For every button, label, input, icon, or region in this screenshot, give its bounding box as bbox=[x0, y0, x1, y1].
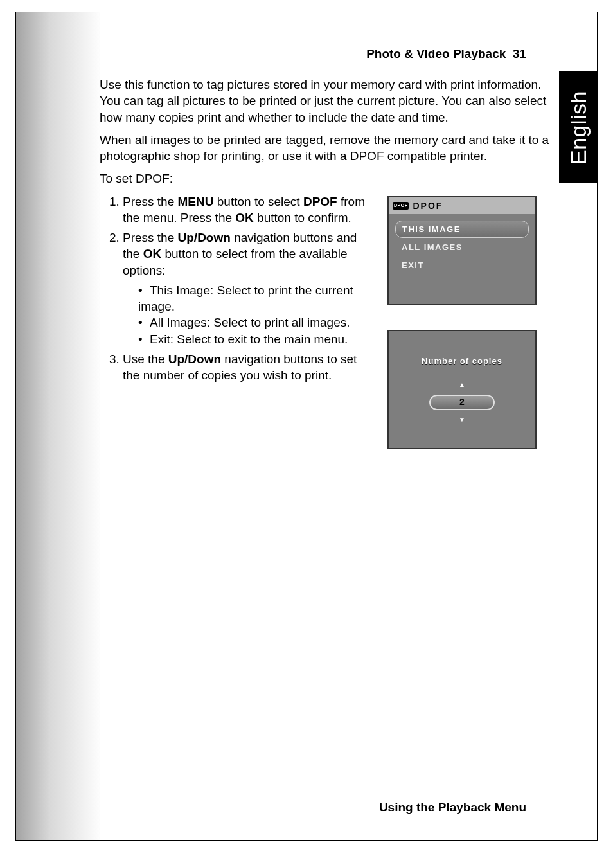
step-3: Use the Up/Down navigation buttons to se… bbox=[123, 351, 376, 384]
intro-para-2: When all images to be printed are tagged… bbox=[100, 132, 549, 165]
page-header: Photo & Video Playback 31 bbox=[366, 47, 526, 61]
updown-label: Up/Down bbox=[178, 231, 231, 244]
page-footer: Using the Playback Menu bbox=[379, 800, 526, 815]
figures-column: DPOF DPOF THIS IMAGE ALL IMAGES EXIT Num… bbox=[387, 194, 548, 449]
intro-para-3: To set DPOF: bbox=[100, 170, 549, 186]
copies-title: Number of copies bbox=[422, 356, 502, 366]
content-area: Use this function to tag pictures stored… bbox=[100, 77, 549, 449]
opt-all-images: All Images: Select to print all images. bbox=[138, 314, 376, 330]
section-title: Photo & Video Playback bbox=[366, 47, 506, 60]
device-menu-title-bar: DPOF DPOF bbox=[389, 197, 535, 215]
dpof-icon: DPOF bbox=[393, 202, 409, 209]
page-frame: English Photo & Video Playback 31 Use th… bbox=[15, 12, 598, 841]
language-label: English bbox=[566, 90, 591, 164]
opt-this-image: This Image: Select to print the current … bbox=[138, 282, 376, 315]
language-tab: English bbox=[559, 71, 598, 183]
page-number: 31 bbox=[513, 47, 526, 60]
opt-exit: Exit: Select to exit to the main menu. bbox=[138, 331, 376, 347]
menu-button-label: MENU bbox=[178, 195, 214, 208]
left-gradient bbox=[16, 12, 100, 840]
ok-button-label-2: OK bbox=[143, 247, 162, 260]
copies-value: 2 bbox=[429, 395, 495, 410]
arrow-up-icon: ▲ bbox=[459, 381, 465, 389]
step-1: Press the MENU button to select DPOF fro… bbox=[123, 194, 376, 226]
device-copies-screen: Number of copies ▲ 2 ▼ bbox=[387, 330, 537, 449]
device-dpof-menu: DPOF DPOF THIS IMAGE ALL IMAGES EXIT bbox=[387, 196, 537, 305]
arrow-down-icon: ▼ bbox=[459, 415, 465, 424]
menu-item-exit: EXIT bbox=[395, 257, 529, 273]
menu-item-this-image: THIS IMAGE bbox=[395, 221, 529, 238]
dpof-label: DPOF bbox=[303, 195, 337, 208]
intro-para-1: Use this function to tag pictures stored… bbox=[100, 77, 549, 125]
updown-label-2: Up/Down bbox=[168, 352, 221, 366]
ok-button-label: OK bbox=[235, 211, 254, 224]
step-2: Press the Up/Down navigation buttons and… bbox=[123, 230, 376, 347]
device-menu-title: DPOF bbox=[413, 200, 443, 212]
steps-column: Press the MENU button to select DPOF fro… bbox=[100, 194, 376, 449]
menu-item-all-images: ALL IMAGES bbox=[395, 239, 529, 255]
